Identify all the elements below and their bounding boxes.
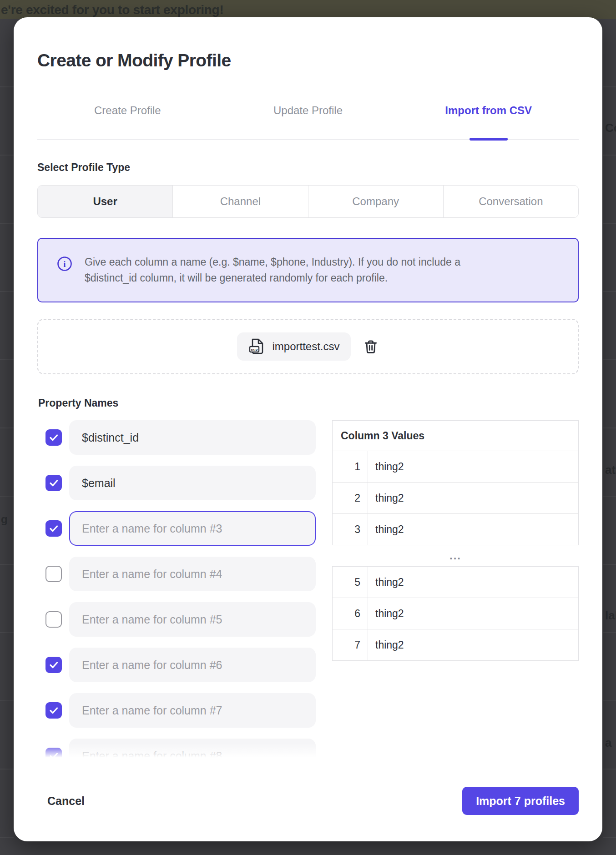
backdrop-text-fragment: g xyxy=(1,513,8,526)
tab-bar: Create ProfileUpdate ProfileImport from … xyxy=(37,104,579,140)
preview-row-index: 5 xyxy=(333,567,368,598)
property-row-8 xyxy=(37,739,316,759)
column-5-checkbox[interactable] xyxy=(45,611,62,628)
preview-row-value: thing2 xyxy=(368,629,404,660)
profile-type-company[interactable]: Company xyxy=(308,186,444,217)
column-7-checkbox[interactable] xyxy=(45,702,62,719)
profile-type-channel[interactable]: Channel xyxy=(173,186,308,217)
backdrop-text-fragment: Col xyxy=(605,121,616,135)
preview-row: 6thing2 xyxy=(333,598,578,629)
preview-row: 3thing2 xyxy=(333,514,578,545)
preview-table-header: Column 3 Values xyxy=(333,421,578,451)
check-icon xyxy=(48,705,59,716)
preview-row: 2thing2 xyxy=(333,483,578,514)
preview-row-value: thing2 xyxy=(368,451,404,482)
profile-type-segmented-control: UserChannelCompanyConversation xyxy=(37,185,579,218)
preview-row-value: thing2 xyxy=(368,567,404,598)
column-7-name-input[interactable] xyxy=(69,693,316,728)
column-2-name-input[interactable] xyxy=(69,466,316,500)
svg-text:i: i xyxy=(63,259,66,269)
mapping-section: Column 3 Values 1thing22thing23thing2 ..… xyxy=(37,420,579,759)
property-row-1 xyxy=(37,420,316,455)
column-8-name-input[interactable] xyxy=(69,739,316,759)
property-row-4 xyxy=(37,557,316,591)
check-icon xyxy=(48,523,59,534)
preview-table-bottom: 5thing26thing27thing2 xyxy=(332,566,579,661)
background-banner-text: e're excited for you to start exploring! xyxy=(1,3,223,17)
info-icon: i xyxy=(56,256,73,274)
uploaded-file-name: importtest.csv xyxy=(272,340,339,353)
preview-row-index: 1 xyxy=(333,451,368,482)
check-icon xyxy=(48,432,59,443)
svg-text:csv: csv xyxy=(251,347,258,352)
modal-title: Create or Modify Profile xyxy=(37,49,579,72)
column-6-checkbox[interactable] xyxy=(45,657,62,673)
column-1-checkbox[interactable] xyxy=(45,429,62,446)
tab-import-from-csv[interactable]: Import from CSV xyxy=(398,104,579,139)
column-4-checkbox[interactable] xyxy=(45,566,62,582)
csv-file-icon: csv xyxy=(248,337,266,356)
preview-row-index: 3 xyxy=(333,514,368,545)
info-note-text: Give each column a name (e.g. $name, $ph… xyxy=(85,254,510,286)
trash-icon xyxy=(363,338,379,355)
preview-row: 1thing2 xyxy=(333,451,578,483)
modal-footer: Cancel Import 7 profiles xyxy=(37,787,579,815)
preview-row-index: 7 xyxy=(333,629,368,660)
preview-row: 7thing2 xyxy=(333,629,578,660)
column-5-name-input[interactable] xyxy=(69,602,316,637)
column-2-checkbox[interactable] xyxy=(45,475,62,491)
background-left-margin xyxy=(0,19,14,855)
column-preview: Column 3 Values 1thing22thing23thing2 ..… xyxy=(332,420,579,661)
delete-file-button[interactable] xyxy=(363,338,379,355)
preview-row-value: thing2 xyxy=(368,483,404,513)
info-note: i Give each column a name (e.g. $name, $… xyxy=(37,238,579,302)
import-profile-modal: Create or Modify Profile Create ProfileU… xyxy=(14,17,602,841)
column-6-name-input[interactable] xyxy=(69,648,316,682)
property-name-rows xyxy=(37,420,316,759)
csv-dropzone[interactable]: csv importtest.csv xyxy=(37,319,579,374)
select-profile-type-label: Select Profile Type xyxy=(37,161,579,174)
dimmed-background-banner: e're excited for you to start exploring! xyxy=(0,0,616,19)
preview-row-index: 6 xyxy=(333,598,368,629)
check-icon xyxy=(48,478,59,488)
backdrop-text-fragment: lab xyxy=(605,609,616,623)
column-8-checkbox[interactable] xyxy=(45,748,62,759)
preview-row-index: 2 xyxy=(333,483,368,513)
tab-create-profile[interactable]: Create Profile xyxy=(37,104,218,139)
backdrop-text-fragment: ata xyxy=(605,463,616,477)
property-row-7 xyxy=(37,693,316,728)
property-row-3 xyxy=(37,511,316,546)
column-4-name-input[interactable] xyxy=(69,557,316,591)
uploaded-file-chip: csv importtest.csv xyxy=(237,332,350,361)
preview-row-value: thing2 xyxy=(368,514,404,545)
check-icon xyxy=(48,659,59,670)
check-icon xyxy=(48,750,59,759)
property-names-label: Property Names xyxy=(38,397,579,409)
column-1-name-input[interactable] xyxy=(69,420,316,455)
backdrop-text-fragment: a xyxy=(605,736,611,750)
property-row-6 xyxy=(37,648,316,682)
background-right-margin xyxy=(603,19,616,855)
preview-table-top: Column 3 Values 1thing22thing23thing2 xyxy=(332,420,579,545)
profile-type-user[interactable]: User xyxy=(38,186,173,217)
property-row-2 xyxy=(37,466,316,500)
import-profiles-button[interactable]: Import 7 profiles xyxy=(462,787,579,815)
preview-row-value: thing2 xyxy=(368,598,404,629)
profile-type-conversation[interactable]: Conversation xyxy=(444,186,578,217)
preview-row: 5thing2 xyxy=(333,567,578,598)
tab-update-profile[interactable]: Update Profile xyxy=(218,104,399,139)
cancel-button[interactable]: Cancel xyxy=(47,790,85,812)
property-row-5 xyxy=(37,602,316,637)
column-3-checkbox[interactable] xyxy=(45,520,62,537)
preview-ellipsis: ... xyxy=(332,545,579,566)
column-3-name-input[interactable] xyxy=(69,511,316,546)
